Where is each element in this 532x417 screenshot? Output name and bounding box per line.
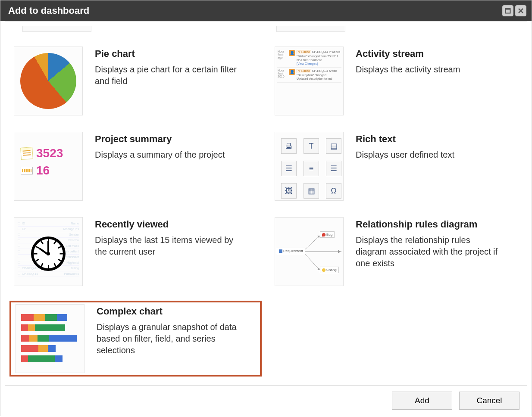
- widget-option-pie-chart[interactable]: Pie chart Displays a pie chart for a cer…: [9, 45, 262, 117]
- window-controls: [502, 5, 526, 16]
- recently-viewed-icon: ☐IDName ☐CPManage ins ☐Sender ☐Pharma ☐E…: [16, 219, 81, 284]
- maximize-icon: [505, 8, 511, 14]
- activity-stream-icon: Hour4minago 👤 ✎ Edited CP-REQ-44 P weeks…: [277, 49, 341, 113]
- widget-title: Project summary: [95, 134, 257, 145]
- table-icon: ▦: [304, 183, 319, 199]
- close-icon: [518, 8, 524, 14]
- dialog-titlebar: Add to dashboard: [0, 0, 532, 21]
- close-button[interactable]: [515, 5, 526, 16]
- widget-description: Displays a granular snapshot of data bas…: [97, 321, 243, 356]
- widget-title: Relationship rules diagram: [356, 219, 518, 230]
- project-summary-thumb: 3523 16: [14, 132, 83, 201]
- partial-widget-thumb: [276, 26, 345, 32]
- rich-text-thumb: 🖶 T ▤ ☰ ≡ ☰ 🖼 ▦ Ω: [275, 132, 344, 201]
- rich-text-icon: 🖶 T ▤ ☰ ≡ ☰ 🖼 ▦ Ω: [277, 134, 341, 199]
- add-button[interactable]: Add: [392, 392, 452, 410]
- widget-gallery: Pie chart Displays a pie chart for a cer…: [5, 21, 527, 386]
- omega-icon: Ω: [326, 183, 341, 199]
- cancel-button[interactable]: Cancel: [459, 392, 519, 410]
- maximize-button[interactable]: [502, 5, 513, 16]
- node-label: Chang: [326, 268, 337, 272]
- activity-stream-thumb: Hour4minago 👤 ✎ Edited CP-REQ-44 P weeks…: [275, 47, 344, 115]
- widget-option-complex-chart[interactable]: Complex chart Displays a granular snapsh…: [9, 301, 262, 377]
- layout-icon: ▤: [326, 138, 341, 154]
- clock-icon: [31, 237, 66, 271]
- widget-option-rich-text[interactable]: 🖶 T ▤ ☰ ≡ ☰ 🖼 ▦ Ω Rich text: [270, 130, 523, 202]
- dialog-title: Add to dashboard: [8, 5, 89, 16]
- node-label: Bug: [326, 233, 332, 237]
- printer-icon: 🖶: [281, 138, 297, 154]
- node-label: Requirement: [283, 249, 303, 253]
- text-box-icon: T: [304, 138, 319, 154]
- sample-number: 3523: [36, 146, 63, 160]
- dialog-footer: Add Cancel: [5, 386, 527, 410]
- relationship-rules-thumb: Requirement Bug Chang: [275, 217, 344, 286]
- widget-title: Activity stream: [356, 48, 518, 59]
- partial-widget-thumb: [22, 26, 91, 32]
- pie-chart-icon: [20, 53, 76, 109]
- widget-title: Rich text: [356, 134, 518, 145]
- add-to-dashboard-dialog: Add to dashboard: [0, 0, 532, 416]
- align-center-icon: ≡: [304, 161, 319, 176]
- widget-title: Complex chart: [97, 306, 256, 317]
- align-left-icon: ☰: [281, 161, 297, 176]
- widget-option-activity-stream[interactable]: Hour4minago 👤 ✎ Edited CP-REQ-44 P weeks…: [270, 45, 523, 117]
- stacked-bar-icon: [18, 306, 82, 371]
- complex-chart-thumb: [16, 304, 84, 373]
- relationship-diagram-icon: Requirement Bug Chang: [277, 219, 341, 284]
- align-right-icon: ☰: [326, 161, 341, 176]
- widget-description: Displays a pie chart for a certain filte…: [95, 64, 241, 87]
- recently-viewed-thumb: ☐IDName ☐CPManage ins ☐Sender ☐Pharma ☐E…: [14, 217, 83, 286]
- widget-description: Displays the relationship rules diagram …: [356, 234, 502, 269]
- widget-description: Displays a summary of the project: [95, 149, 241, 161]
- widget-description: Displays user defined text: [356, 149, 502, 161]
- svg-marker-5: [338, 250, 341, 253]
- widget-description: Displays the activity stream: [356, 64, 502, 75]
- widget-option-relationship-rules[interactable]: Requirement Bug Chang Relationship rules…: [270, 215, 523, 288]
- widget-option-recently-viewed[interactable]: ☐IDName ☐CPManage ins ☐Sender ☐Pharma ☐E…: [9, 215, 262, 288]
- project-summary-icon: 3523 16: [18, 140, 78, 192]
- widget-description: Displays the last 15 items viewed by the…: [95, 234, 241, 258]
- pie-chart-thumb: [14, 47, 83, 115]
- widget-title: Pie chart: [95, 48, 257, 59]
- image-icon: 🖼: [281, 183, 297, 199]
- widget-option-project-summary[interactable]: 3523 16 Project summary Displays a summa…: [9, 130, 262, 202]
- widget-title: Recently viewed: [95, 219, 257, 230]
- svg-rect-1: [506, 9, 510, 10]
- sample-number: 16: [36, 164, 50, 177]
